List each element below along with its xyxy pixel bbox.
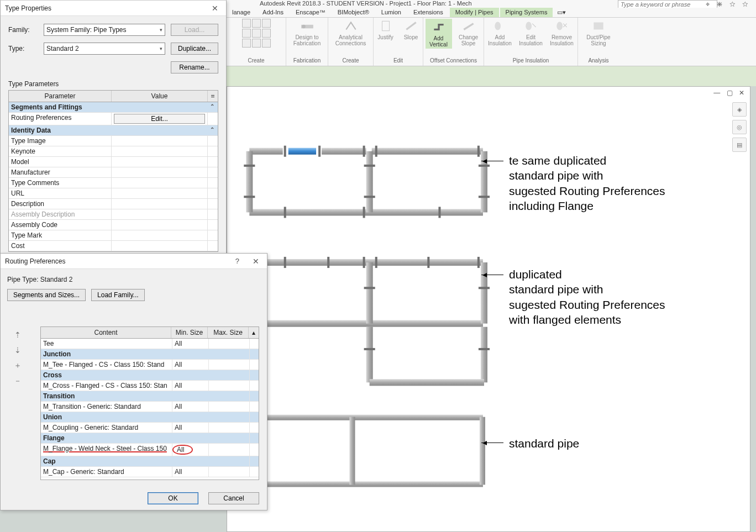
parameter-row[interactable]: Routing PreferencesEdit... (9, 113, 218, 125)
add-insulation-button[interactable]: Add Insulation (486, 19, 514, 46)
design-to-fabrication-button[interactable]: Design to Fabrication (293, 19, 321, 46)
tab-lumion[interactable]: Lumion (376, 8, 407, 17)
routing-row[interactable]: M_Cross - Flanged - CS - Class 150: Stan… (41, 381, 259, 391)
annotation-arrow (481, 443, 503, 443)
tab-manage[interactable]: lanage (227, 8, 256, 17)
tab-enscape[interactable]: Enscape™ (290, 8, 331, 17)
parameter-row[interactable]: Keynote (9, 146, 218, 157)
parameter-row[interactable]: URL (9, 188, 218, 199)
column-parameter[interactable]: Parameter (9, 91, 112, 102)
routing-row[interactable]: TeeAll (41, 339, 259, 349)
routing-section-header[interactable]: Union (41, 412, 259, 423)
column-max-size[interactable]: Max. Size (208, 327, 249, 338)
parameter-row[interactable]: Manufacturer (9, 167, 218, 178)
panel-edit: Justify Slope Edit (374, 18, 423, 66)
remove-row-icon[interactable]: － (12, 375, 24, 387)
cancel-button[interactable]: Cancel (208, 492, 259, 504)
pipe-type-label: Pipe Type: Standard 2 (7, 276, 260, 283)
close-icon[interactable]: ✕ (249, 257, 262, 266)
column-content[interactable]: Content (41, 327, 171, 338)
tab-piping-systems[interactable]: Piping Systems (500, 8, 553, 17)
parameter-section-header[interactable]: Segments and Fittings⌃ (9, 102, 218, 113)
routing-section-header[interactable]: Flange (41, 433, 259, 444)
tab-modify-pipes[interactable]: Modify | Pipes (450, 8, 499, 17)
svg-rect-19 (477, 146, 480, 157)
move-up-icon[interactable]: ⇡ (12, 329, 24, 341)
svg-rect-12 (246, 151, 253, 213)
family-select[interactable]: System Family: Pipe Types▾ (44, 24, 165, 36)
parameter-row[interactable]: Description (9, 199, 218, 209)
routing-row[interactable]: M_Cap - Generic: StandardAll (41, 467, 259, 477)
edit-insulation-button[interactable]: Edit Insulation (517, 19, 545, 46)
dialog-titlebar[interactable]: Routing Preferences ? ✕ (1, 254, 267, 269)
close-icon[interactable]: ✕ (208, 4, 222, 13)
chevron-down-icon: ▾ (160, 27, 162, 33)
remove-insulation-button[interactable]: Remove Insulation (548, 19, 576, 46)
type-properties-dialog: Type Properties ✕ Family: System Family:… (0, 0, 227, 257)
add-vertical-button[interactable]: Add Vertical (426, 19, 452, 49)
justify-icon (379, 19, 393, 33)
parameter-row[interactable]: Assembly Code (9, 220, 218, 230)
parameter-row[interactable]: Model (9, 157, 218, 167)
app-title: Autodesk Revit 2018.3 - STUDENT VERSION … (260, 0, 472, 7)
svg-rect-21 (244, 196, 255, 198)
svg-rect-44 (364, 287, 375, 289)
viewcube-icon[interactable]: ◈ (732, 102, 747, 117)
routing-section-header[interactable]: Transition (41, 391, 259, 402)
routing-row[interactable]: M_Coupling - Generic: StandardAll (41, 423, 259, 433)
svg-rect-23 (364, 196, 375, 198)
svg-rect-35 (481, 327, 487, 383)
parameter-row[interactable]: Assembly Description (9, 209, 218, 220)
routing-row[interactable]: M_Transition - Generic: StandardAll (41, 402, 259, 412)
change-slope-button[interactable]: Change Slope (455, 19, 482, 46)
nav-bar-icon[interactable]: ▤ (732, 138, 747, 152)
tab-addins[interactable]: Add-Ins (257, 8, 289, 17)
parameter-section-header[interactable]: Identity Data⌃ (9, 125, 218, 136)
view-window-controls[interactable]: — ▢ ✕ (713, 89, 747, 97)
ok-button[interactable]: OK (148, 492, 198, 504)
dialog-titlebar[interactable]: Type Properties ✕ (1, 1, 226, 16)
svg-rect-47 (479, 348, 490, 350)
row-order-tools: ⇡ ⇣ ＋ － (12, 329, 26, 387)
create-tool-grid[interactable] (242, 19, 271, 48)
panel-label: Edit (393, 57, 403, 65)
duplicate-button[interactable]: Duplicate... (171, 43, 218, 55)
routing-preferences-grid[interactable]: Content Min. Size Max. Size ▴ TeeAllJunc… (40, 326, 259, 480)
parameter-row[interactable]: Cost (9, 241, 218, 251)
svg-rect-7 (249, 148, 282, 155)
segments-and-sizes-button[interactable]: Segments and Sizes... (7, 289, 86, 301)
annotation-arrow (481, 275, 503, 275)
routing-section-header[interactable]: Cross (41, 370, 259, 381)
routing-section-header[interactable]: Junction (41, 349, 259, 360)
move-down-icon[interactable]: ⇣ (12, 344, 24, 356)
routing-row[interactable]: M_Tee - Flanged - CS - Class 150: StandA… (41, 360, 259, 370)
ribbon-collapse-icon[interactable]: ▭▾ (554, 8, 569, 17)
tab-extensions[interactable]: Extensions (408, 8, 449, 17)
routing-row[interactable]: M_Flange - Weld Neck - Steel - Class 150… (41, 444, 259, 456)
parameter-row[interactable]: Type Mark (9, 230, 218, 241)
column-value[interactable]: Value (112, 91, 208, 102)
rename-button[interactable]: Rename... (171, 61, 218, 73)
analytical-connections-button[interactable]: Analytical Connections (337, 19, 365, 46)
column-min-size[interactable]: Min. Size (171, 327, 208, 338)
svg-rect-40 (375, 257, 377, 268)
duct-pipe-sizing-button[interactable]: Duct/Pipe Sizing (585, 19, 612, 46)
add-row-icon[interactable]: ＋ (12, 360, 24, 372)
column-equals[interactable]: = (208, 91, 218, 102)
steering-wheel-icon[interactable]: ◎ (732, 120, 747, 134)
tab-bimobject[interactable]: BIMobject® (332, 8, 375, 17)
type-parameters-grid[interactable]: Parameter Value = Segments and Fittings⌃… (8, 90, 218, 252)
parameter-row[interactable]: Type Comments (9, 178, 218, 188)
help-icon[interactable]: ? (235, 257, 239, 265)
ribbon-panels: Create Design to Fabrication Fabrication… (227, 18, 756, 66)
sizing-icon (591, 19, 606, 33)
type-select[interactable]: Standard 2▾ (44, 43, 165, 55)
panel-pipe-insulation: Add Insulation Edit Insulation Remove In… (484, 18, 578, 66)
routing-section-header[interactable]: Cap (41, 456, 259, 467)
load-family-button[interactable]: Load Family... (91, 289, 144, 301)
edit-routing-preferences-button[interactable]: Edit... (114, 114, 205, 124)
justify-button[interactable]: Justify (375, 19, 397, 40)
drawing-canvas[interactable]: — ▢ ✕ ◈ ◎ ▤ (227, 86, 750, 532)
parameter-row[interactable]: Type Image (9, 136, 218, 146)
slope-button[interactable]: Slope (400, 19, 422, 40)
